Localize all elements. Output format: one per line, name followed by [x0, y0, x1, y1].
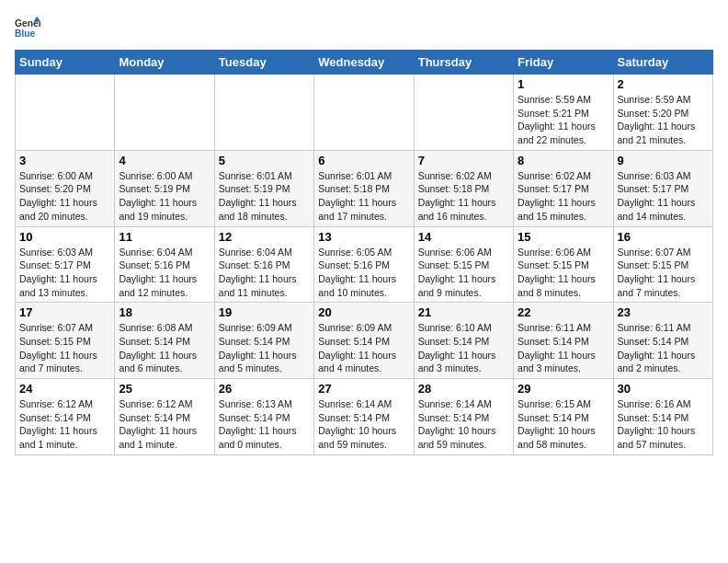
day-info: Sunrise: 6:00 AM Sunset: 5:20 PM Dayligh…: [19, 169, 110, 224]
day-number: 6: [318, 154, 409, 167]
logo-icon: General Blue: [15, 15, 40, 40]
calendar-cell: 26Sunrise: 6:13 AM Sunset: 5:14 PM Dayli…: [214, 379, 313, 455]
day-number: 22: [518, 305, 609, 319]
calendar-cell: 23Sunrise: 6:11 AM Sunset: 5:14 PM Dayli…: [613, 303, 712, 379]
calendar-cell: 18Sunrise: 6:08 AM Sunset: 5:14 PM Dayli…: [115, 303, 214, 379]
day-number: 29: [518, 382, 609, 396]
day-number: 21: [418, 305, 509, 319]
day-number: 13: [318, 230, 409, 244]
day-number: 25: [119, 382, 210, 396]
day-number: 7: [418, 154, 509, 167]
calendar-cell: 1Sunrise: 5:59 AM Sunset: 5:21 PM Daylig…: [514, 75, 613, 151]
calendar-cell: 27Sunrise: 6:14 AM Sunset: 5:14 PM Dayli…: [314, 379, 414, 455]
calendar-cell: 14Sunrise: 6:06 AM Sunset: 5:15 PM Dayli…: [414, 226, 513, 303]
weekday-header-tuesday: Tuesday: [214, 51, 313, 75]
calendar-cell: 30Sunrise: 6:16 AM Sunset: 5:14 PM Dayli…: [613, 379, 712, 455]
calendar-cell: 11Sunrise: 6:04 AM Sunset: 5:16 PM Dayli…: [115, 226, 214, 303]
day-number: 30: [618, 382, 709, 396]
day-number: 11: [119, 230, 210, 244]
weekday-header-monday: Monday: [115, 51, 214, 75]
calendar-cell: [414, 75, 513, 151]
calendar-cell: 6Sunrise: 6:01 AM Sunset: 5:18 PM Daylig…: [314, 150, 414, 226]
day-info: Sunrise: 6:04 AM Sunset: 5:16 PM Dayligh…: [119, 246, 210, 300]
calendar-table: SundayMondayTuesdayWednesdayThursdayFrid…: [15, 50, 713, 455]
day-info: Sunrise: 6:01 AM Sunset: 5:19 PM Dayligh…: [219, 169, 310, 224]
day-info: Sunrise: 6:15 AM Sunset: 5:14 PM Dayligh…: [518, 397, 609, 452]
day-number: 3: [19, 154, 110, 167]
calendar-cell: [214, 75, 313, 151]
day-info: Sunrise: 6:09 AM Sunset: 5:14 PM Dayligh…: [318, 321, 409, 375]
day-number: 12: [219, 230, 310, 244]
calendar-cell: 22Sunrise: 6:11 AM Sunset: 5:14 PM Dayli…: [514, 303, 613, 379]
day-info: Sunrise: 6:16 AM Sunset: 5:14 PM Dayligh…: [618, 397, 709, 452]
calendar-cell: 2Sunrise: 5:59 AM Sunset: 5:20 PM Daylig…: [613, 75, 712, 151]
day-number: 8: [518, 154, 609, 167]
day-number: 2: [618, 77, 709, 91]
calendar-week-3: 10Sunrise: 6:03 AM Sunset: 5:17 PM Dayli…: [16, 226, 713, 303]
day-info: Sunrise: 6:12 AM Sunset: 5:14 PM Dayligh…: [119, 397, 210, 452]
day-info: Sunrise: 6:05 AM Sunset: 5:16 PM Dayligh…: [318, 246, 409, 300]
day-number: 5: [219, 154, 310, 167]
calendar-week-5: 24Sunrise: 6:12 AM Sunset: 5:14 PM Dayli…: [16, 379, 713, 455]
calendar-cell: 29Sunrise: 6:15 AM Sunset: 5:14 PM Dayli…: [514, 379, 613, 455]
calendar-cell: 10Sunrise: 6:03 AM Sunset: 5:17 PM Dayli…: [16, 226, 115, 303]
calendar-cell: 15Sunrise: 6:06 AM Sunset: 5:15 PM Dayli…: [514, 226, 613, 303]
day-info: Sunrise: 6:07 AM Sunset: 5:15 PM Dayligh…: [618, 246, 709, 300]
day-number: 15: [518, 230, 609, 244]
calendar-cell: [314, 75, 414, 151]
day-number: 24: [19, 382, 110, 396]
calendar-cell: 13Sunrise: 6:05 AM Sunset: 5:16 PM Dayli…: [314, 226, 414, 303]
weekday-header-saturday: Saturday: [613, 51, 712, 75]
day-number: 19: [219, 305, 310, 319]
day-info: Sunrise: 6:06 AM Sunset: 5:15 PM Dayligh…: [518, 246, 609, 300]
day-info: Sunrise: 6:12 AM Sunset: 5:14 PM Dayligh…: [19, 397, 110, 452]
calendar-cell: 21Sunrise: 6:10 AM Sunset: 5:14 PM Dayli…: [414, 303, 513, 379]
weekday-header-wednesday: Wednesday: [314, 51, 414, 75]
day-info: Sunrise: 6:01 AM Sunset: 5:18 PM Dayligh…: [318, 169, 409, 224]
day-info: Sunrise: 6:10 AM Sunset: 5:14 PM Dayligh…: [418, 321, 509, 375]
calendar-week-2: 3Sunrise: 6:00 AM Sunset: 5:20 PM Daylig…: [16, 150, 713, 226]
calendar-week-4: 17Sunrise: 6:07 AM Sunset: 5:15 PM Dayli…: [16, 303, 713, 379]
day-number: 18: [119, 305, 210, 319]
day-info: Sunrise: 6:03 AM Sunset: 5:17 PM Dayligh…: [19, 246, 110, 300]
calendar-cell: 17Sunrise: 6:07 AM Sunset: 5:15 PM Dayli…: [16, 303, 115, 379]
day-number: 26: [219, 382, 310, 396]
day-number: 1: [518, 77, 609, 91]
day-number: 17: [19, 305, 110, 319]
day-info: Sunrise: 6:03 AM Sunset: 5:17 PM Dayligh…: [618, 169, 709, 224]
day-info: Sunrise: 6:11 AM Sunset: 5:14 PM Dayligh…: [518, 321, 609, 375]
calendar-cell: 12Sunrise: 6:04 AM Sunset: 5:16 PM Dayli…: [214, 226, 313, 303]
calendar-week-1: 1Sunrise: 5:59 AM Sunset: 5:21 PM Daylig…: [16, 75, 713, 151]
day-info: Sunrise: 6:08 AM Sunset: 5:14 PM Dayligh…: [119, 321, 210, 375]
day-number: 9: [618, 154, 709, 167]
day-info: Sunrise: 6:11 AM Sunset: 5:14 PM Dayligh…: [618, 321, 709, 375]
day-number: 27: [318, 382, 409, 396]
day-number: 20: [318, 305, 409, 319]
calendar-cell: 16Sunrise: 6:07 AM Sunset: 5:15 PM Dayli…: [613, 226, 712, 303]
calendar-header-row: SundayMondayTuesdayWednesdayThursdayFrid…: [16, 51, 713, 75]
calendar-cell: 24Sunrise: 6:12 AM Sunset: 5:14 PM Dayli…: [16, 379, 115, 455]
day-info: Sunrise: 5:59 AM Sunset: 5:21 PM Dayligh…: [518, 93, 609, 147]
day-info: Sunrise: 6:06 AM Sunset: 5:15 PM Dayligh…: [418, 246, 509, 300]
calendar-cell: 4Sunrise: 6:00 AM Sunset: 5:19 PM Daylig…: [115, 150, 214, 226]
weekday-header-thursday: Thursday: [414, 51, 513, 75]
day-number: 14: [418, 230, 509, 244]
day-info: Sunrise: 6:02 AM Sunset: 5:17 PM Dayligh…: [518, 169, 609, 224]
day-number: 28: [418, 382, 509, 396]
calendar-cell: 5Sunrise: 6:01 AM Sunset: 5:19 PM Daylig…: [214, 150, 313, 226]
calendar-cell: 8Sunrise: 6:02 AM Sunset: 5:17 PM Daylig…: [514, 150, 613, 226]
day-info: Sunrise: 6:14 AM Sunset: 5:14 PM Dayligh…: [418, 397, 509, 452]
calendar-cell: 28Sunrise: 6:14 AM Sunset: 5:14 PM Dayli…: [414, 379, 513, 455]
day-info: Sunrise: 6:14 AM Sunset: 5:14 PM Dayligh…: [318, 397, 409, 452]
calendar-cell: 19Sunrise: 6:09 AM Sunset: 5:14 PM Dayli…: [214, 303, 313, 379]
day-info: Sunrise: 6:07 AM Sunset: 5:15 PM Dayligh…: [19, 321, 110, 375]
day-number: 16: [618, 230, 709, 244]
calendar-cell: 25Sunrise: 6:12 AM Sunset: 5:14 PM Dayli…: [115, 379, 214, 455]
day-info: Sunrise: 6:13 AM Sunset: 5:14 PM Dayligh…: [219, 397, 310, 452]
calendar-cell: 7Sunrise: 6:02 AM Sunset: 5:18 PM Daylig…: [414, 150, 513, 226]
day-info: Sunrise: 6:00 AM Sunset: 5:19 PM Dayligh…: [119, 169, 210, 224]
day-info: Sunrise: 6:02 AM Sunset: 5:18 PM Dayligh…: [418, 169, 509, 224]
day-number: 23: [618, 305, 709, 319]
calendar-cell: [16, 75, 115, 151]
day-info: Sunrise: 6:09 AM Sunset: 5:14 PM Dayligh…: [219, 321, 310, 375]
